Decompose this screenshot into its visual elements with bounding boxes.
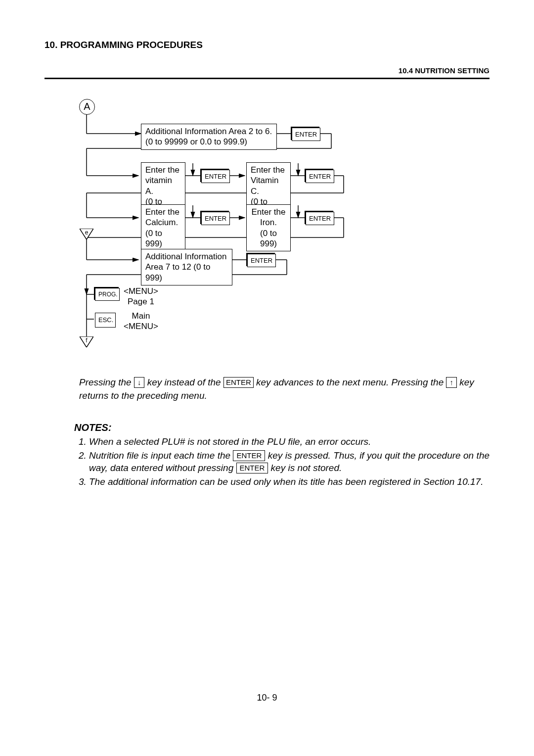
svg-text:e: e [85, 229, 89, 236]
text: (0 to 999) [145, 229, 162, 248]
connector-f: f [80, 336, 93, 346]
text: Nutrition file is input each time the [89, 450, 233, 461]
enter-key-icon: ENTER [223, 377, 254, 388]
text: Additional Information Area 2 to 6. [145, 127, 272, 136]
enter-key-icon: ENTER [233, 450, 265, 461]
esc-key[interactable]: ESC. [95, 313, 116, 328]
text: <MENU> [124, 286, 158, 296]
text: Vitamin C. [251, 176, 278, 195]
enter-key-icon: ENTER [236, 463, 268, 473]
text: Main [132, 311, 150, 321]
flowchart: A Additional Information Area 2 to 6. (0… [74, 99, 490, 376]
text: <MENU> [124, 322, 158, 331]
text: key is not stored. [268, 463, 342, 473]
notes-list: When a selected PLU# is not stored in th… [74, 435, 490, 488]
text: vitamin A. [145, 176, 172, 195]
enter-key[interactable]: ENTER [201, 170, 230, 183]
text: (0 to 999) [260, 229, 277, 248]
text: Enter the [145, 165, 179, 175]
text: key advances to the next menu. Pressing … [256, 377, 444, 387]
text: (0 to 99999 or 0.0 to 999.9) [145, 137, 247, 146]
text: Enter the [251, 165, 285, 175]
box-additional-info-7to12: Additional Information Area 7 to 12 (0 t… [141, 249, 232, 285]
enter-key[interactable]: ENTER [247, 254, 276, 267]
text: Page 1 [128, 297, 154, 306]
note-item: When a selected PLU# is not stored in th… [89, 435, 490, 448]
divider [44, 78, 490, 79]
prog-key[interactable]: PROG. [95, 288, 120, 301]
navigation-note: Pressing the ↓ key instead of the ENTER … [79, 376, 490, 402]
enter-key[interactable]: ENTER [201, 212, 230, 225]
menu-page-label: <MENU> Page 1 [124, 286, 158, 307]
note-item: Nutrition file is input each time the EN… [89, 449, 490, 474]
down-key-icon: ↓ [134, 377, 145, 388]
enter-key[interactable]: ENTER [292, 128, 320, 141]
text: Enter the [145, 207, 179, 217]
page-number: 10- 9 [0, 693, 534, 703]
notes-heading: NOTES: [74, 422, 490, 433]
box-additional-info-2to6: Additional Information Area 2 to 6. (0 t… [141, 124, 277, 150]
text: Enter the [252, 207, 286, 217]
text: Area 7 to 12 (0 to 999) [145, 262, 210, 282]
chapter-title: 10. PROGRAMMING PROCEDURES [44, 40, 490, 50]
text: Calcium. [145, 218, 178, 227]
text: Additional Information [145, 252, 226, 261]
text: key instead of the [147, 377, 223, 387]
connector-e: e [80, 229, 93, 238]
section-title: 10.4 NUTRITION SETTING [44, 66, 490, 75]
enter-key[interactable]: ENTER [306, 212, 334, 225]
text: Iron. [260, 218, 277, 227]
up-key-icon: ↑ [446, 377, 457, 388]
connector-A: A [79, 99, 95, 115]
text: Pressing the [79, 377, 132, 387]
box-iron: Enter the Iron. (0 to 999) [246, 204, 291, 251]
enter-key[interactable]: ENTER [306, 170, 334, 183]
main-menu-label: Main <MENU> [124, 311, 158, 332]
note-item: The additional information can be used o… [89, 475, 490, 488]
box-calcium: Enter the Calcium. (0 to 999) [141, 204, 185, 251]
